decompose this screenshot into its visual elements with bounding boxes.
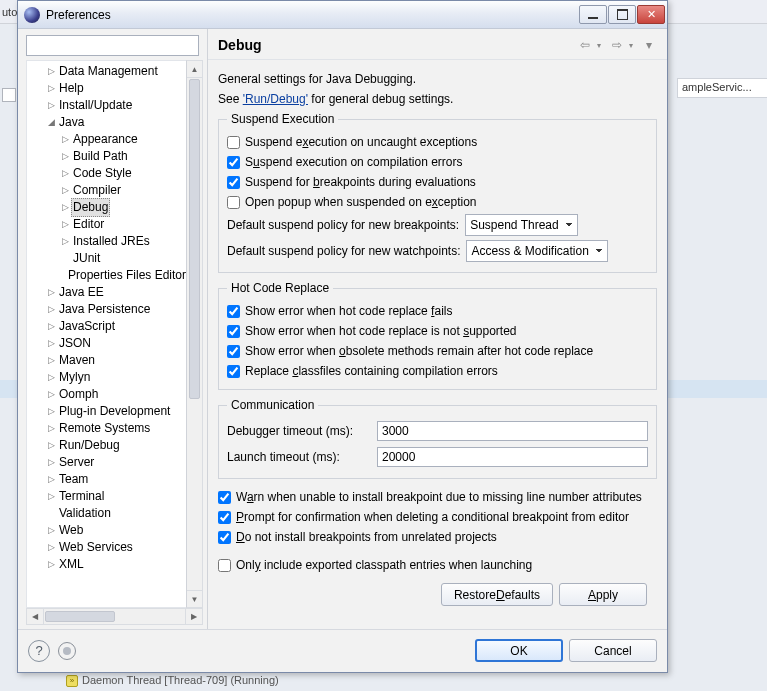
- chevron-right-icon[interactable]: ▷: [59, 182, 71, 199]
- opt-hcr-unsupported[interactable]: Show error when hot code replace is not …: [227, 321, 648, 341]
- apply-button[interactable]: Apply: [559, 583, 647, 606]
- chk-suspend-uncaught[interactable]: [227, 136, 240, 149]
- chevron-right-icon[interactable]: ▷: [45, 556, 57, 573]
- chevron-right-icon[interactable]: ▷: [45, 454, 57, 471]
- debugger-timeout-input[interactable]: [377, 421, 648, 441]
- chevron-right-icon[interactable]: ▷: [45, 403, 57, 420]
- tree-item[interactable]: ▷Data Management: [31, 63, 186, 80]
- opt-hcr-obsolete[interactable]: Show error when obsolete methods remain …: [227, 341, 648, 361]
- chevron-right-icon[interactable]: ▷: [45, 420, 57, 437]
- tree-item[interactable]: ▷Help: [31, 80, 186, 97]
- opt-warn-line[interactable]: Warn when unable to install breakpoint d…: [218, 487, 657, 507]
- chk-hcr-unsupported[interactable]: [227, 325, 240, 338]
- chevron-right-icon[interactable]: ▷: [45, 369, 57, 386]
- scroll-left-arrow-icon[interactable]: ◀: [27, 609, 44, 624]
- filter-box[interactable]: [26, 35, 199, 56]
- chk-warn-line[interactable]: [218, 491, 231, 504]
- opt-hcr-replace[interactable]: Replace classfiles containing compilatio…: [227, 361, 648, 381]
- run-debug-link[interactable]: 'Run/Debug': [243, 92, 308, 106]
- opt-hcr-fails[interactable]: Show error when hot code replace fails: [227, 301, 648, 321]
- tree-item[interactable]: ▷JUnit: [31, 250, 186, 267]
- scroll-up-arrow-icon[interactable]: ▲: [187, 61, 202, 78]
- back-menu-icon[interactable]: ▾: [591, 37, 607, 53]
- bp-policy-select[interactable]: Suspend Thread: [465, 214, 578, 236]
- tree-item[interactable]: ▷Plug-in Development: [31, 403, 186, 420]
- tree-hscrollbar[interactable]: ◀ ▶: [26, 608, 203, 625]
- tree-item[interactable]: ▷Installed JREs: [31, 233, 186, 250]
- opt-suspend-compile[interactable]: Suspend execution on compilation errors: [227, 152, 648, 172]
- chevron-right-icon[interactable]: ▷: [45, 471, 57, 488]
- opt-exported-only[interactable]: Only include exported classpath entries …: [218, 555, 657, 575]
- chevron-right-icon[interactable]: ▷: [45, 352, 57, 369]
- opt-suspend-uncaught[interactable]: Suspend execution on uncaught exceptions: [227, 132, 648, 152]
- chevron-right-icon[interactable]: ▷: [45, 284, 57, 301]
- chevron-right-icon[interactable]: ▷: [45, 437, 57, 454]
- chk-popup-exception[interactable]: [227, 196, 240, 209]
- bg-editor-tab[interactable]: ampleServic...: [677, 78, 767, 98]
- chevron-right-icon[interactable]: ▷: [45, 63, 57, 80]
- tree-item[interactable]: ▷Build Path: [31, 148, 186, 165]
- chevron-right-icon[interactable]: ▷: [59, 233, 71, 250]
- tree-item[interactable]: ▷Run/Debug: [31, 437, 186, 454]
- chevron-right-icon[interactable]: ▷: [45, 301, 57, 318]
- tree-item[interactable]: ▷JSON: [31, 335, 186, 352]
- wp-policy-select[interactable]: Access & Modification: [466, 240, 608, 262]
- chk-hcr-obsolete[interactable]: [227, 345, 240, 358]
- cancel-button[interactable]: Cancel: [569, 639, 657, 662]
- chk-suspend-compile[interactable]: [227, 156, 240, 169]
- chk-exported-only[interactable]: [218, 559, 231, 572]
- chevron-right-icon[interactable]: ▷: [59, 199, 71, 216]
- scroll-down-arrow-icon[interactable]: ▼: [187, 590, 202, 607]
- scroll-right-arrow-icon[interactable]: ▶: [185, 609, 202, 624]
- chevron-right-icon[interactable]: ▷: [45, 386, 57, 403]
- tree-item[interactable]: ▷Validation: [31, 505, 186, 522]
- chk-hcr-fails[interactable]: [227, 305, 240, 318]
- tree-item[interactable]: ▷Terminal: [31, 488, 186, 505]
- chevron-right-icon[interactable]: ▷: [45, 318, 57, 335]
- chk-no-unrelated[interactable]: [218, 531, 231, 544]
- chk-prompt-delete[interactable]: [218, 511, 231, 524]
- minimize-button[interactable]: [579, 5, 607, 24]
- tree-item[interactable]: ▷Code Style: [31, 165, 186, 182]
- close-button[interactable]: [637, 5, 665, 24]
- tree-item[interactable]: ▷Debug: [31, 199, 186, 216]
- opt-popup-exception[interactable]: Open popup when suspended on exception: [227, 192, 648, 212]
- tree-item[interactable]: ▷Appearance: [31, 131, 186, 148]
- chevron-right-icon[interactable]: ▷: [45, 488, 57, 505]
- tree-item[interactable]: ▷Mylyn: [31, 369, 186, 386]
- help-icon[interactable]: ?: [28, 640, 50, 662]
- chevron-right-icon[interactable]: ▷: [59, 131, 71, 148]
- tree-item[interactable]: ▷Java Persistence: [31, 301, 186, 318]
- tree-item[interactable]: ▷Install/Update: [31, 97, 186, 114]
- tree-item[interactable]: ▷Team: [31, 471, 186, 488]
- tree-item[interactable]: ▷Web: [31, 522, 186, 539]
- view-menu-icon[interactable]: ▾: [641, 37, 657, 53]
- tree-item[interactable]: ▷Editor: [31, 216, 186, 233]
- tree-vscrollbar[interactable]: ▲ ▼: [186, 60, 203, 608]
- maximize-button[interactable]: [608, 5, 636, 24]
- filter-input[interactable]: [30, 37, 195, 53]
- tree-item[interactable]: ▷Server: [31, 454, 186, 471]
- tree-item[interactable]: ▷Maven: [31, 352, 186, 369]
- oomph-record-icon[interactable]: [58, 642, 76, 660]
- ok-button[interactable]: OK: [475, 639, 563, 662]
- launch-timeout-input[interactable]: [377, 447, 648, 467]
- chevron-right-icon[interactable]: ▷: [59, 165, 71, 182]
- prefs-tree[interactable]: ▷Data Management▷Help▷Install/Update◢Jav…: [26, 60, 186, 608]
- tree-item[interactable]: ▷XML: [31, 556, 186, 573]
- tree-item[interactable]: ▷Remote Systems: [31, 420, 186, 437]
- tree-item[interactable]: ▷JavaScript: [31, 318, 186, 335]
- tree-item[interactable]: ▷Properties Files Editor: [31, 267, 186, 284]
- chk-hcr-replace[interactable]: [227, 365, 240, 378]
- chevron-right-icon[interactable]: ▷: [59, 148, 71, 165]
- chevron-down-icon[interactable]: ◢: [45, 114, 57, 131]
- tree-item[interactable]: ◢Java: [31, 114, 186, 131]
- opt-suspend-eval[interactable]: Suspend for breakpoints during evaluatio…: [227, 172, 648, 192]
- chevron-right-icon[interactable]: ▷: [59, 216, 71, 233]
- restore-defaults-button[interactable]: Restore Defaults: [441, 583, 553, 606]
- chevron-right-icon[interactable]: ▷: [45, 80, 57, 97]
- opt-prompt-delete[interactable]: Prompt for confirmation when deleting a …: [218, 507, 657, 527]
- forward-menu-icon[interactable]: ▾: [623, 37, 639, 53]
- chevron-right-icon[interactable]: ▷: [45, 522, 57, 539]
- tree-item[interactable]: ▷Oomph: [31, 386, 186, 403]
